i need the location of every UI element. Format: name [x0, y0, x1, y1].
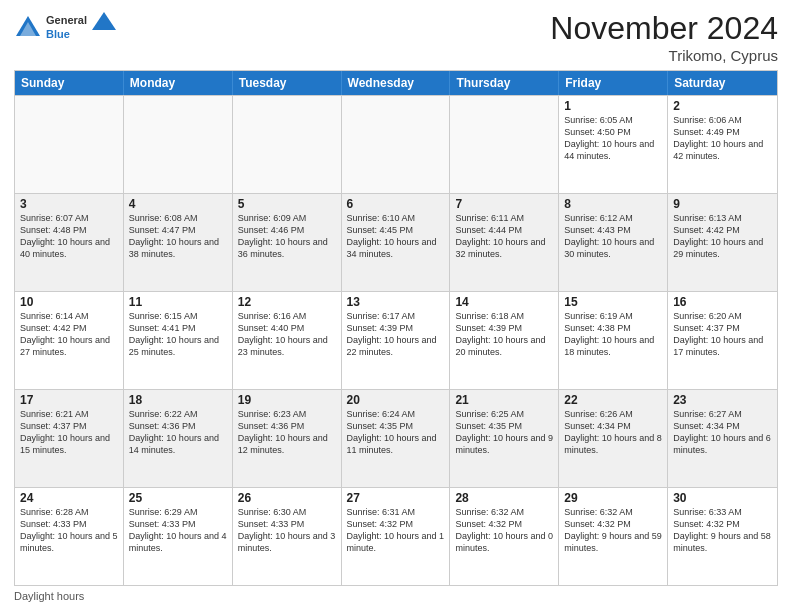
table-row: 29Sunrise: 6:32 AMSunset: 4:32 PMDayligh…	[559, 488, 668, 585]
day-info: Sunrise: 6:28 AMSunset: 4:33 PMDaylight:…	[20, 506, 118, 555]
table-row: 18Sunrise: 6:22 AMSunset: 4:36 PMDayligh…	[124, 390, 233, 487]
table-row: 1Sunrise: 6:05 AMSunset: 4:50 PMDaylight…	[559, 96, 668, 193]
calendar-body: 1Sunrise: 6:05 AMSunset: 4:50 PMDaylight…	[15, 95, 777, 585]
table-row	[124, 96, 233, 193]
day-number: 12	[238, 295, 336, 309]
header-cell-monday: Monday	[124, 71, 233, 95]
page: General Blue November 2024 Trikomo, Cypr…	[0, 0, 792, 612]
calendar-row-3: 10Sunrise: 6:14 AMSunset: 4:42 PMDayligh…	[15, 291, 777, 389]
day-info: Sunrise: 6:06 AMSunset: 4:49 PMDaylight:…	[673, 114, 772, 163]
day-info: Sunrise: 6:25 AMSunset: 4:35 PMDaylight:…	[455, 408, 553, 457]
header: General Blue November 2024 Trikomo, Cypr…	[14, 10, 778, 64]
day-info: Sunrise: 6:18 AMSunset: 4:39 PMDaylight:…	[455, 310, 553, 359]
table-row: 16Sunrise: 6:20 AMSunset: 4:37 PMDayligh…	[668, 292, 777, 389]
table-row: 9Sunrise: 6:13 AMSunset: 4:42 PMDaylight…	[668, 194, 777, 291]
day-number: 30	[673, 491, 772, 505]
calendar-row-1: 1Sunrise: 6:05 AMSunset: 4:50 PMDaylight…	[15, 95, 777, 193]
day-info: Sunrise: 6:10 AMSunset: 4:45 PMDaylight:…	[347, 212, 445, 261]
calendar-row-2: 3Sunrise: 6:07 AMSunset: 4:48 PMDaylight…	[15, 193, 777, 291]
day-number: 3	[20, 197, 118, 211]
table-row: 3Sunrise: 6:07 AMSunset: 4:48 PMDaylight…	[15, 194, 124, 291]
day-number: 2	[673, 99, 772, 113]
footer: Daylight hours	[14, 590, 778, 602]
svg-marker-5	[92, 12, 116, 30]
day-number: 8	[564, 197, 662, 211]
table-row: 13Sunrise: 6:17 AMSunset: 4:39 PMDayligh…	[342, 292, 451, 389]
day-info: Sunrise: 6:21 AMSunset: 4:37 PMDaylight:…	[20, 408, 118, 457]
table-row: 14Sunrise: 6:18 AMSunset: 4:39 PMDayligh…	[450, 292, 559, 389]
table-row: 24Sunrise: 6:28 AMSunset: 4:33 PMDayligh…	[15, 488, 124, 585]
day-number: 26	[238, 491, 336, 505]
day-number: 21	[455, 393, 553, 407]
header-cell-tuesday: Tuesday	[233, 71, 342, 95]
svg-text:Blue: Blue	[46, 28, 70, 40]
day-info: Sunrise: 6:19 AMSunset: 4:38 PMDaylight:…	[564, 310, 662, 359]
table-row: 17Sunrise: 6:21 AMSunset: 4:37 PMDayligh…	[15, 390, 124, 487]
day-number: 18	[129, 393, 227, 407]
day-info: Sunrise: 6:22 AMSunset: 4:36 PMDaylight:…	[129, 408, 227, 457]
logo: General Blue	[14, 10, 116, 46]
day-info: Sunrise: 6:12 AMSunset: 4:43 PMDaylight:…	[564, 212, 662, 261]
table-row	[15, 96, 124, 193]
day-number: 13	[347, 295, 445, 309]
title-block: November 2024 Trikomo, Cyprus	[550, 10, 778, 64]
table-row: 25Sunrise: 6:29 AMSunset: 4:33 PMDayligh…	[124, 488, 233, 585]
day-number: 28	[455, 491, 553, 505]
day-info: Sunrise: 6:13 AMSunset: 4:42 PMDaylight:…	[673, 212, 772, 261]
day-info: Sunrise: 6:32 AMSunset: 4:32 PMDaylight:…	[455, 506, 553, 555]
table-row: 15Sunrise: 6:19 AMSunset: 4:38 PMDayligh…	[559, 292, 668, 389]
day-info: Sunrise: 6:09 AMSunset: 4:46 PMDaylight:…	[238, 212, 336, 261]
day-info: Sunrise: 6:29 AMSunset: 4:33 PMDaylight:…	[129, 506, 227, 555]
table-row: 11Sunrise: 6:15 AMSunset: 4:41 PMDayligh…	[124, 292, 233, 389]
day-number: 9	[673, 197, 772, 211]
header-cell-thursday: Thursday	[450, 71, 559, 95]
calendar-row-5: 24Sunrise: 6:28 AMSunset: 4:33 PMDayligh…	[15, 487, 777, 585]
day-number: 15	[564, 295, 662, 309]
day-number: 1	[564, 99, 662, 113]
table-row: 19Sunrise: 6:23 AMSunset: 4:36 PMDayligh…	[233, 390, 342, 487]
day-info: Sunrise: 6:14 AMSunset: 4:42 PMDaylight:…	[20, 310, 118, 359]
table-row: 5Sunrise: 6:09 AMSunset: 4:46 PMDaylight…	[233, 194, 342, 291]
day-number: 20	[347, 393, 445, 407]
logo-svg: General Blue	[46, 10, 116, 42]
day-info: Sunrise: 6:16 AMSunset: 4:40 PMDaylight:…	[238, 310, 336, 359]
day-number: 17	[20, 393, 118, 407]
table-row	[450, 96, 559, 193]
day-number: 19	[238, 393, 336, 407]
day-number: 25	[129, 491, 227, 505]
table-row: 28Sunrise: 6:32 AMSunset: 4:32 PMDayligh…	[450, 488, 559, 585]
day-number: 22	[564, 393, 662, 407]
day-number: 4	[129, 197, 227, 211]
day-info: Sunrise: 6:30 AMSunset: 4:33 PMDaylight:…	[238, 506, 336, 555]
svg-text:General: General	[46, 14, 87, 26]
month-title: November 2024	[550, 10, 778, 47]
day-number: 11	[129, 295, 227, 309]
day-info: Sunrise: 6:26 AMSunset: 4:34 PMDaylight:…	[564, 408, 662, 457]
table-row: 12Sunrise: 6:16 AMSunset: 4:40 PMDayligh…	[233, 292, 342, 389]
table-row: 20Sunrise: 6:24 AMSunset: 4:35 PMDayligh…	[342, 390, 451, 487]
header-cell-saturday: Saturday	[668, 71, 777, 95]
table-row: 2Sunrise: 6:06 AMSunset: 4:49 PMDaylight…	[668, 96, 777, 193]
day-info: Sunrise: 6:11 AMSunset: 4:44 PMDaylight:…	[455, 212, 553, 261]
day-info: Sunrise: 6:20 AMSunset: 4:37 PMDaylight:…	[673, 310, 772, 359]
table-row: 23Sunrise: 6:27 AMSunset: 4:34 PMDayligh…	[668, 390, 777, 487]
table-row: 6Sunrise: 6:10 AMSunset: 4:45 PMDaylight…	[342, 194, 451, 291]
day-info: Sunrise: 6:07 AMSunset: 4:48 PMDaylight:…	[20, 212, 118, 261]
table-row: 22Sunrise: 6:26 AMSunset: 4:34 PMDayligh…	[559, 390, 668, 487]
day-number: 24	[20, 491, 118, 505]
table-row: 27Sunrise: 6:31 AMSunset: 4:32 PMDayligh…	[342, 488, 451, 585]
day-info: Sunrise: 6:27 AMSunset: 4:34 PMDaylight:…	[673, 408, 772, 457]
table-row: 21Sunrise: 6:25 AMSunset: 4:35 PMDayligh…	[450, 390, 559, 487]
table-row	[342, 96, 451, 193]
logo-icon	[14, 14, 42, 42]
day-number: 5	[238, 197, 336, 211]
calendar-header: SundayMondayTuesdayWednesdayThursdayFrid…	[15, 71, 777, 95]
table-row: 10Sunrise: 6:14 AMSunset: 4:42 PMDayligh…	[15, 292, 124, 389]
header-cell-wednesday: Wednesday	[342, 71, 451, 95]
header-cell-friday: Friday	[559, 71, 668, 95]
calendar-row-4: 17Sunrise: 6:21 AMSunset: 4:37 PMDayligh…	[15, 389, 777, 487]
day-info: Sunrise: 6:15 AMSunset: 4:41 PMDaylight:…	[129, 310, 227, 359]
day-info: Sunrise: 6:17 AMSunset: 4:39 PMDaylight:…	[347, 310, 445, 359]
day-info: Sunrise: 6:05 AMSunset: 4:50 PMDaylight:…	[564, 114, 662, 163]
table-row: 30Sunrise: 6:33 AMSunset: 4:32 PMDayligh…	[668, 488, 777, 585]
